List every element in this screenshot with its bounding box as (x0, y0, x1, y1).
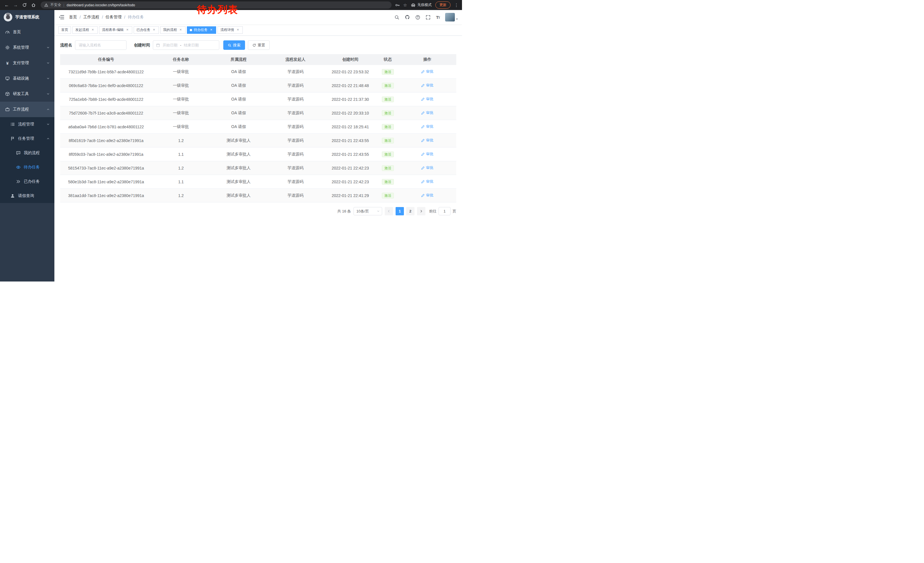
back-icon[interactable]: ← (3, 1, 10, 9)
tab-close-icon[interactable]: × (209, 28, 213, 32)
page-unit-label: 页 (453, 209, 456, 214)
reset-button[interactable]: 重置 (248, 41, 270, 50)
key-icon[interactable] (395, 3, 400, 8)
breadcrumb-home[interactable]: 首页 (69, 15, 77, 20)
bookmark-star-icon[interactable]: ☆ (404, 3, 407, 8)
status-badge: 激活 (382, 69, 394, 75)
approve-link[interactable]: 审批 (421, 165, 434, 170)
search-button[interactable]: 搜索 (223, 41, 245, 50)
forward-icon[interactable]: → (12, 1, 20, 9)
tab-2[interactable]: 流程表单-编辑× (99, 26, 132, 34)
avatar[interactable] (445, 13, 455, 21)
approve-link[interactable]: 审批 (421, 193, 434, 198)
tab-close-icon[interactable]: × (178, 28, 183, 32)
flag-icon (10, 136, 15, 141)
cell-process: 测试多审批人 (210, 138, 267, 143)
person-icon (10, 194, 15, 198)
url-text[interactable]: dashboard.yudao.iocoder.cn/bpm/task/todo (67, 3, 135, 7)
page-size-select[interactable]: 10条/页 (354, 207, 382, 215)
sidebar-item-label: 系统管理 (13, 45, 29, 50)
fullscreen-icon[interactable] (426, 15, 430, 20)
tab-close-icon[interactable]: × (91, 28, 95, 32)
approve-link[interactable]: 审批 (421, 83, 434, 88)
browser-update-button[interactable]: 更新 (435, 2, 450, 9)
sidebar-item-workflow[interactable]: 工作流程 (0, 102, 54, 117)
sidebar-item-label: 请假查询 (18, 193, 34, 198)
tab-close-icon[interactable]: × (152, 28, 156, 32)
sidebar-item-home[interactable]: 首页 (0, 24, 54, 40)
gear-icon (5, 45, 10, 50)
sidebar-item-my-processes[interactable]: 我的流程 (0, 146, 54, 160)
date-range-picker[interactable]: 开始日期 - 结束日期 (153, 41, 219, 50)
page-button-2[interactable]: 2 (406, 207, 414, 215)
process-name-label: 流程名 (60, 43, 72, 48)
approve-label: 审批 (426, 165, 434, 170)
approve-link[interactable]: 审批 (421, 138, 434, 143)
address-bar[interactable]: 不安全 | dashboard.yudao.iocoder.cn/bpm/tas… (40, 2, 392, 9)
tab-0[interactable]: 首页 (58, 26, 71, 34)
sidebar-item-process-management[interactable]: 流程管理 (0, 117, 54, 131)
cell-task-name: 1.2 (152, 193, 210, 198)
tab-5[interactable]: 待办任务× (187, 26, 216, 34)
sidebar-item-dev-tools[interactable]: 研发工具 (0, 86, 54, 102)
not-secure-warning-icon[interactable] (44, 3, 48, 7)
refresh-icon[interactable] (21, 1, 28, 9)
page-button-1[interactable]: 1 (396, 207, 404, 215)
status-badge: 激活 (382, 165, 394, 171)
table-row: 580e1b3d-7ac8-11ec-a9e2-a2380e71991a 1.1… (60, 175, 456, 189)
approve-label: 审批 (426, 193, 434, 198)
sidebar-item-todo-tasks[interactable]: 待办任务 (0, 160, 54, 174)
breadcrumb-workflow[interactable]: 工作流程 (83, 15, 99, 20)
breadcrumb-task-management[interactable]: 任务管理 (106, 15, 122, 20)
font-size-icon[interactable]: TT (436, 15, 440, 20)
tab-close-icon[interactable]: × (125, 28, 129, 32)
sidebar-item-label: 支付管理 (13, 60, 29, 66)
security-label[interactable]: 不安全 (50, 3, 61, 8)
list-icon (10, 122, 15, 126)
sidebar-item-leave-query[interactable]: 请假查询 (0, 189, 54, 203)
tab-close-icon[interactable]: × (236, 28, 240, 32)
user-menu[interactable]: ▾ (445, 13, 458, 21)
approve-link[interactable]: 审批 (421, 152, 434, 157)
sidebar-item-done-tasks[interactable]: 已办任务 (0, 174, 54, 189)
next-page-button[interactable] (417, 207, 425, 215)
table-row: 8f0d1619-7ac8-11ec-a9e2-a2380e71991a 1.2… (60, 134, 456, 147)
home-icon[interactable] (30, 1, 37, 9)
sidebar-item-system[interactable]: 系统管理 (0, 40, 54, 55)
tab-6[interactable]: 流程详情× (218, 26, 243, 34)
approve-link[interactable]: 审批 (421, 96, 434, 102)
sidebar-item-task-management[interactable]: 任务管理 (0, 131, 54, 146)
cell-process: 测试多审批人 (210, 193, 267, 198)
browser-menu-icon[interactable]: ⋮ (454, 3, 459, 8)
app-frame: 芋道管理系统 首页 系统管理 ¥ 支付管理 (0, 10, 462, 281)
process-name-input[interactable] (75, 41, 126, 50)
github-icon[interactable] (405, 15, 410, 20)
sidebar-collapse-icon[interactable] (58, 14, 64, 20)
table-row: 75d72608-7b7f-11ec-a3c8-acde48001122 一级审… (60, 106, 456, 120)
sidebar-item-payment[interactable]: ¥ 支付管理 (0, 55, 54, 71)
goto-page-input[interactable] (438, 207, 450, 215)
search-icon[interactable] (394, 15, 399, 20)
workflow-submenu: 流程管理 任务管理 我的流程 (0, 117, 54, 203)
approve-link[interactable]: 审批 (421, 124, 434, 129)
chevron-up-icon (46, 108, 50, 111)
table-row: 725a1eb6-7b88-11ec-8ef0-acde48001122 一级审… (60, 93, 456, 106)
cell-task-name: 一级审批 (152, 111, 210, 116)
tab-1[interactable]: 发起流程× (72, 26, 98, 34)
approve-link[interactable]: 审批 (421, 110, 434, 116)
column-process: 所属流程 (210, 57, 267, 62)
prev-page-button[interactable] (385, 207, 393, 215)
help-icon[interactable] (416, 15, 420, 20)
approve-link[interactable]: 审批 (421, 179, 434, 184)
table-row: a6aba0a4-7b6d-11ec-b781-acde48001122 一级审… (60, 120, 456, 134)
sidebar-item-infrastructure[interactable]: 基础设施 (0, 71, 54, 86)
table-row: 58154733-7ac8-11ec-a9e2-a2380e71991a 1.2… (60, 161, 456, 175)
cell-initiator: 芋道源码 (267, 97, 324, 102)
approve-link[interactable]: 审批 (421, 69, 434, 74)
tab-4[interactable]: 我的流程× (160, 26, 186, 34)
app-logo[interactable]: 芋道管理系统 (0, 10, 54, 24)
tab-3[interactable]: 已办任务× (134, 26, 159, 34)
cell-process: 测试多审批人 (210, 179, 267, 185)
cell-created-time: 2022-01-22 21:37:30 (324, 97, 377, 102)
url-divider: | (63, 3, 64, 7)
